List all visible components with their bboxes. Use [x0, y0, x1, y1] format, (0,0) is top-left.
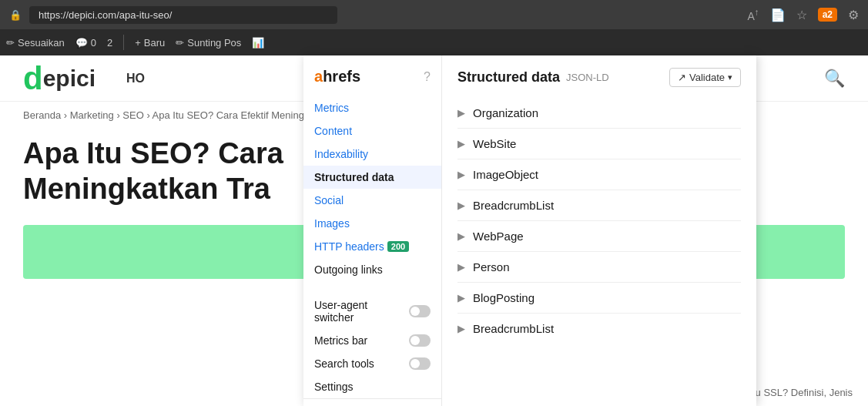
comment-count: 0 — [91, 37, 96, 49]
url-bar[interactable]: https://depici.com/apa-itu-seo/ — [29, 6, 337, 24]
schema-name: Person — [473, 260, 510, 273]
nav-content[interactable]: Content — [303, 119, 441, 143]
schema-arrow-icon: ▶ — [457, 107, 465, 119]
nav-social[interactable]: Social — [303, 189, 441, 212]
external-link-icon: ↗ — [678, 72, 686, 83]
schema-arrow-icon: ▶ — [457, 323, 465, 334]
schema-item[interactable]: ▶BreadcrumbList — [457, 190, 741, 221]
logo-d: d — [23, 60, 43, 97]
schema-arrow-icon: ▶ — [457, 138, 465, 149]
panel-sidebar: ahrefs ? Metrics Content Indexability St… — [303, 55, 442, 406]
nav-metrics[interactable]: Metrics — [303, 96, 441, 119]
ahrefs-panel: ahrefs ? Metrics Content Indexability St… — [303, 55, 756, 406]
reader-icon: 📄 — [770, 8, 786, 22]
edit-icon: ✏ — [176, 37, 184, 49]
new-label: Baru — [144, 37, 165, 49]
search-tools-label: Search tools — [314, 357, 374, 370]
panel-logo-row: ahrefs ? — [303, 68, 441, 96]
schema-name: Organization — [473, 106, 538, 119]
json-ld-label: JSON-LD — [566, 72, 609, 83]
structured-data-title: Structured data — [457, 69, 560, 86]
metrics-bar-label: Metrics bar — [314, 334, 367, 347]
schema-name: BlogPosting — [473, 291, 535, 304]
star-icon: ☆ — [796, 8, 807, 22]
schema-name: BreadcrumbList — [473, 199, 554, 212]
schema-arrow-icon: ▶ — [457, 261, 465, 273]
toolbar-customize[interactable]: ✏ Sesuaikan — [6, 37, 65, 49]
user-agent-label: User-agent switcher — [314, 299, 409, 324]
schema-name: WebSite — [473, 137, 516, 150]
toolbar: ✏ Sesuaikan 💬 0 2 + Baru ✏ Sunting Pos 📊 — [0, 29, 868, 55]
validate-button[interactable]: ↗ Validate ▾ — [669, 68, 741, 87]
schema-item[interactable]: ▶WebPage — [457, 221, 741, 252]
search-tools-toggle[interactable] — [409, 357, 431, 370]
count2-label: 2 — [107, 37, 112, 49]
help-icon[interactable]: ? — [424, 70, 431, 84]
schema-list: ▶Organization▶WebSite▶ImageObject▶Breadc… — [457, 98, 741, 344]
nav-http-headers[interactable]: HTTP headers 200 — [303, 235, 441, 258]
main-area: d epici HO 🔍 Beranda › Marketing › SEO ›… — [0, 55, 868, 406]
toolbar-edit-post[interactable]: ✏ Sunting Pos — [176, 37, 241, 49]
schema-item[interactable]: ▶WebSite — [457, 129, 741, 159]
schema-arrow-icon: ▶ — [457, 169, 465, 180]
toolbar-new[interactable]: + Baru — [135, 37, 165, 49]
schema-name: BreadcrumbList — [473, 322, 554, 335]
toolbar-count2[interactable]: 2 — [107, 37, 112, 49]
extensions-icon[interactable]: ⚙ — [848, 8, 859, 22]
schema-item[interactable]: ▶Person — [457, 252, 741, 283]
logo-a-text: a — [314, 68, 323, 85]
http-headers-label: HTTP headers — [314, 240, 384, 253]
schema-arrow-icon: ▶ — [457, 200, 465, 211]
browser-icons: A↑ 📄 ☆ a2 ⚙ — [747, 7, 859, 22]
schema-item[interactable]: ▶BreadcrumbList — [457, 314, 741, 344]
panel-logo: ahrefs — [314, 68, 360, 86]
metrics-bar-toggle[interactable] — [409, 334, 431, 347]
toolbar-stats[interactable]: 📊 — [252, 37, 264, 49]
schema-item[interactable]: ▶Organization — [457, 98, 741, 129]
panel-content: Structured data JSON-LD ↗ Validate ▾ ▶Or… — [442, 55, 756, 406]
panel-content-header: Structured data JSON-LD ↗ Validate ▾ — [457, 68, 741, 87]
nav-outgoing-links[interactable]: Outgoing links — [303, 258, 441, 281]
schema-name: ImageObject — [473, 168, 538, 181]
schema-item[interactable]: ▶ImageObject — [457, 159, 741, 190]
stats-icon: 📊 — [252, 37, 264, 49]
toolbar-comments[interactable]: 💬 0 — [75, 37, 96, 49]
lock-icon: 🔒 — [9, 9, 22, 21]
toggle-search-tools[interactable]: Search tools — [303, 352, 441, 375]
schema-arrow-icon: ▶ — [457, 230, 465, 242]
comment-icon: 💬 — [75, 37, 88, 49]
toolbar-divider — [123, 35, 124, 50]
validate-label: Validate — [689, 72, 725, 83]
extension-icon: A↑ — [747, 7, 759, 22]
plus-icon: + — [135, 37, 141, 49]
logo-hrefs-text: hrefs — [323, 68, 360, 85]
edit-label: Sunting Pos — [187, 37, 241, 49]
search-icon-top[interactable]: 🔍 — [824, 69, 845, 89]
customize-label: Sesuaikan — [18, 37, 65, 49]
schema-arrow-icon: ▶ — [457, 292, 465, 304]
nav-settings[interactable]: Settings — [303, 375, 441, 398]
logo-epici: epici — [43, 65, 96, 92]
http-badge: 200 — [387, 241, 409, 252]
toggle-user-agent[interactable]: User-agent switcher — [303, 294, 441, 329]
nav-structured-data[interactable]: Structured data — [303, 166, 441, 189]
pencil-icon: ✏ — [6, 37, 15, 49]
nav-indexability[interactable]: Indexability — [303, 143, 441, 166]
browser-bar: 🔒 https://depici.com/apa-itu-seo/ A↑ 📄 ☆… — [0, 0, 868, 29]
ahrefs-extension-icon[interactable]: a2 — [818, 8, 837, 22]
depici-logo: d epici — [23, 60, 96, 97]
nav-images[interactable]: Images — [303, 212, 441, 235]
schema-name: WebPage — [473, 230, 524, 243]
user-agent-toggle[interactable] — [409, 305, 431, 317]
chevron-down-icon: ▾ — [728, 72, 732, 82]
nav-label: HO — [126, 72, 145, 86]
schema-item[interactable]: ▶BlogPosting — [457, 283, 741, 314]
panel-bottom: Nyaaaha Hahaha's ... ▶ Suggest a feature — [303, 398, 441, 406]
toggle-metrics-bar[interactable]: Metrics bar — [303, 329, 441, 352]
